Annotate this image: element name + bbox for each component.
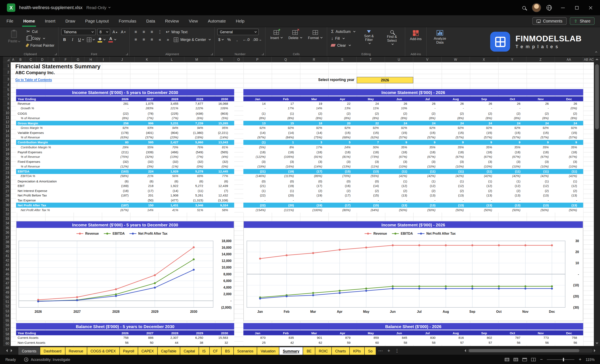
zoom-slider-thumb[interactable] — [563, 358, 564, 361]
menu-insert[interactable]: Insert — [44, 15, 57, 27]
bold-button[interactable]: B — [61, 36, 68, 43]
sheet-tab-is[interactable]: IS — [199, 347, 209, 355]
row-header-3[interactable]: 3 — [3, 76, 10, 82]
row-header-59[interactable]: 59 — [3, 337, 10, 341]
menu-data[interactable]: Data — [145, 15, 156, 27]
format-cells-button[interactable]: Format — [306, 29, 324, 42]
clear-button[interactable]: Clear — [330, 42, 356, 48]
sheet-tab-capex[interactable]: CAPEX — [138, 347, 157, 355]
is-2026-chart-box[interactable]: Income Statement ($'000) - 2026 302010-(… — [243, 221, 583, 321]
menu-draw[interactable]: Draw — [64, 15, 76, 27]
row-header-36[interactable]: 36 — [3, 231, 10, 235]
row-header-7[interactable]: 7 — [3, 97, 10, 101]
font-size-select[interactable]: 8 — [97, 29, 110, 35]
number-dialog-launcher[interactable] — [262, 53, 264, 55]
row-header-1[interactable]: 1 — [3, 62, 10, 69]
analyze-data-button[interactable]: Analyze Data — [429, 29, 451, 46]
column-header-P[interactable]: P — [243, 57, 272, 62]
column-header-Q[interactable]: Q — [272, 57, 300, 62]
scroll-left-icon[interactable] — [463, 349, 466, 352]
toc-link[interactable]: Go to Table of Contents — [15, 78, 52, 82]
row-header-39[interactable]: 39 — [3, 244, 10, 249]
column-header-Y[interactable]: Y — [498, 57, 527, 62]
menu-view[interactable]: View — [188, 15, 199, 27]
menu-home[interactable]: Home — [22, 15, 36, 27]
row-header-34[interactable]: 34 — [3, 221, 10, 226]
fill-button[interactable]: ↓Fill — [330, 36, 356, 41]
row-header-37[interactable]: 37 — [3, 235, 10, 240]
column-header-U[interactable]: U — [385, 57, 413, 62]
column-header-O[interactable]: O — [234, 57, 243, 62]
row-header-40[interactable]: 40 — [3, 249, 10, 254]
menu-review[interactable]: Review — [164, 15, 180, 27]
tab-overflow-button[interactable]: ⋯ — [376, 348, 385, 353]
wrap-text-button[interactable]: ↩Wrap Text — [165, 29, 189, 35]
horizontal-scrollbar-thumb[interactable] — [469, 349, 579, 352]
merge-center-button[interactable]: Merge & Center — [173, 36, 212, 43]
select-all-corner[interactable] — [3, 57, 11, 62]
row-header-16[interactable]: 16 — [3, 138, 10, 143]
row-header-26[interactable]: 26 — [3, 184, 10, 189]
sheet-tab-capital[interactable]: Capital — [180, 347, 198, 355]
row-header-4[interactable]: 4 — [3, 83, 10, 88]
row-header-2[interactable]: 2 — [3, 69, 10, 76]
sheet-nav-right-button[interactable] — [9, 347, 15, 354]
minimize-button[interactable] — [557, 2, 569, 13]
avatar[interactable] — [532, 3, 541, 12]
menu-automate[interactable]: Automate — [207, 15, 227, 27]
column-header-S[interactable]: S — [328, 57, 357, 62]
column-header-AA[interactable]: AA — [555, 57, 583, 62]
column-header-R[interactable]: R — [300, 57, 328, 62]
accessibility-status[interactable]: Accessibility: Investigate — [24, 357, 70, 362]
sheet-tab-payroll[interactable]: Payroll — [120, 347, 138, 355]
column-header-F[interactable]: F — [60, 57, 72, 62]
increase-decimal-button[interactable]: ←.0 — [242, 36, 250, 43]
column-header-V[interactable]: V — [413, 57, 442, 62]
tab-splitter[interactable]: ⋮ — [393, 348, 402, 353]
row-header-27[interactable]: 27 — [3, 189, 10, 194]
row-header-9[interactable]: 9 — [3, 106, 10, 110]
scroll-up-icon[interactable] — [594, 57, 600, 62]
row-header-31[interactable]: 31 — [3, 207, 10, 212]
row-header-5[interactable]: 5 — [3, 88, 10, 92]
sheet-tab-cogs-opex[interactable]: COGS & OPEX — [87, 347, 119, 355]
sort-filter-button[interactable]: Sort & Filter — [359, 29, 379, 46]
align-bottom-button[interactable]: ≡ — [149, 29, 155, 35]
column-header-W[interactable]: W — [442, 57, 470, 62]
row-header-54[interactable]: 54 — [3, 314, 10, 318]
align-right-button[interactable]: ≡ — [149, 36, 155, 43]
font-color-button[interactable]: A — [108, 36, 117, 43]
row-header-53[interactable]: 53 — [3, 309, 10, 313]
column-header-L[interactable]: L — [159, 57, 184, 62]
row-header-45[interactable]: 45 — [3, 272, 10, 277]
align-left-button[interactable]: ≡ — [132, 36, 139, 43]
search-icon[interactable] — [518, 2, 530, 13]
row-header-6[interactable]: 6 — [3, 92, 10, 97]
column-header-N[interactable]: N — [209, 57, 234, 62]
menu-help[interactable]: Help — [235, 15, 246, 27]
sheet-tab-charts[interactable]: Charts — [332, 347, 349, 355]
scroll-right-icon[interactable] — [594, 349, 597, 352]
row-header-20[interactable]: 20 — [3, 157, 10, 161]
align-middle-button[interactable]: ≡ — [141, 29, 147, 35]
row-header-32[interactable]: 32 — [3, 212, 10, 217]
percent-style-button[interactable]: % — [226, 36, 232, 43]
borders-button[interactable] — [86, 36, 95, 43]
alignment-dialog-launcher[interactable] — [211, 53, 213, 55]
row-header-10[interactable]: 10 — [3, 110, 10, 115]
zoom-level[interactable]: 115% — [586, 357, 595, 362]
copy-button[interactable]: Copy — [25, 36, 56, 41]
row-header-18[interactable]: 18 — [3, 147, 10, 152]
row-header-8[interactable]: 8 — [3, 101, 10, 106]
row-header-51[interactable]: 51 — [3, 300, 10, 304]
vertical-scrollbar[interactable] — [594, 57, 600, 346]
accounting-format-button[interactable]: $ — [217, 36, 224, 43]
row-header-41[interactable]: 41 — [3, 254, 10, 258]
row-header-30[interactable]: 30 — [3, 203, 10, 207]
increase-font-size-button[interactable]: A▲ — [112, 29, 119, 35]
clipboard-dialog-launcher[interactable] — [55, 53, 57, 55]
row-header-58[interactable]: 58 — [3, 332, 10, 337]
comma-style-button[interactable]: , — [234, 36, 240, 43]
row-header-21[interactable]: 21 — [3, 161, 10, 166]
underline-button[interactable]: U — [77, 36, 85, 43]
